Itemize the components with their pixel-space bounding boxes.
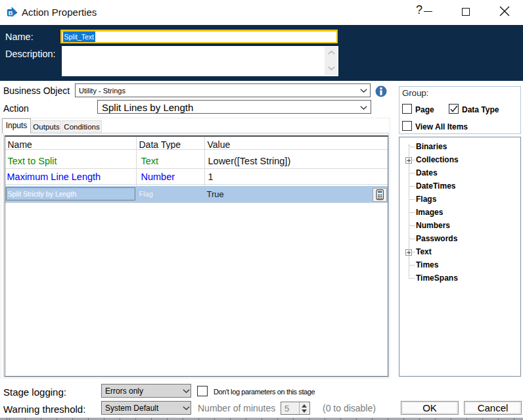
svg-text:B: B xyxy=(8,9,12,16)
